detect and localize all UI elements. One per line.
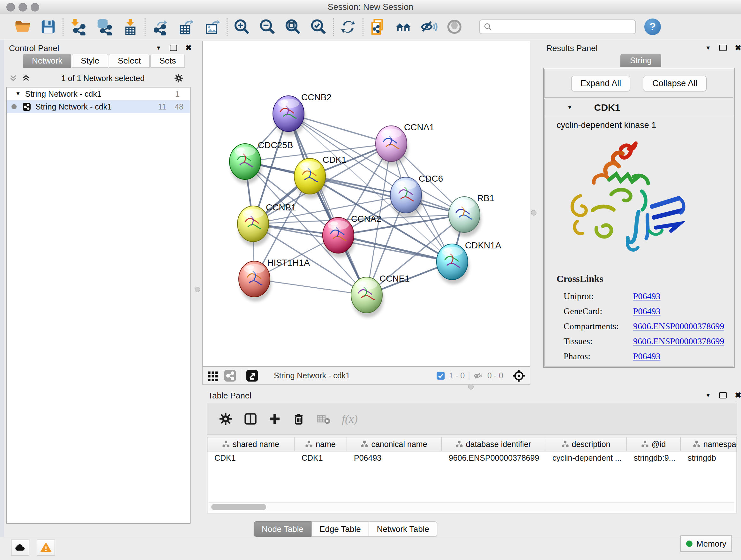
selected-checkbox-icon[interactable] bbox=[436, 371, 446, 381]
edge-CCNE1-HIST1H1A[interactable] bbox=[254, 279, 367, 295]
crosslink-link-uniprot[interactable]: P06493 bbox=[633, 291, 661, 301]
panel-menu-arrow-icon[interactable]: ▼ bbox=[705, 392, 711, 399]
panel-float-icon[interactable] bbox=[719, 45, 727, 51]
node-cdc6[interactable]: CDC6 bbox=[390, 174, 443, 217]
bottom-splitter-handle[interactable] bbox=[468, 384, 474, 389]
right-splitter-handle[interactable] bbox=[531, 210, 536, 215]
section-expander-icon[interactable]: ▼ bbox=[567, 105, 572, 111]
node-ccna1[interactable]: CCNA1 bbox=[376, 122, 434, 166]
node-cdkn1a[interactable]: CDKN1A bbox=[436, 240, 501, 284]
tab-edge-table[interactable]: Edge Table bbox=[312, 521, 369, 537]
column-header-name[interactable]: name bbox=[294, 437, 347, 451]
scrollbar-thumb[interactable] bbox=[211, 504, 266, 510]
cloud-status-button[interactable] bbox=[11, 540, 29, 556]
crosslink-link-compartments[interactable]: 9606.ENSP00000378699 bbox=[633, 321, 724, 331]
expand-all-button[interactable]: Expand All bbox=[571, 76, 630, 91]
panel-close-icon[interactable]: ✖ bbox=[735, 391, 741, 399]
delete-column-button[interactable] bbox=[292, 412, 306, 426]
tree-expander-icon[interactable]: ▼ bbox=[15, 91, 21, 97]
hide-graphics-details-button[interactable] bbox=[418, 16, 440, 37]
panel-close-icon[interactable]: ✖ bbox=[185, 44, 192, 52]
refresh-button[interactable] bbox=[338, 16, 359, 37]
network-canvas[interactable]: CCNB2CCNA1CDC25BCDK1CDC6RB1CCNB1CCNA2CDK… bbox=[202, 41, 530, 367]
column-header-database-identifier[interactable]: database identifier bbox=[442, 437, 545, 451]
clone-network-button[interactable] bbox=[367, 16, 388, 37]
node-ccnb1[interactable]: CCNB1 bbox=[238, 202, 296, 246]
panel-float-icon[interactable] bbox=[170, 45, 177, 51]
column-header-canonical-name[interactable]: canonical name bbox=[347, 437, 442, 451]
tab-node-table[interactable]: Node Table bbox=[254, 521, 312, 537]
hidden-eye-slash-icon[interactable] bbox=[473, 371, 484, 381]
column-header-description[interactable]: description bbox=[545, 437, 627, 451]
tab-sets[interactable]: Sets bbox=[150, 54, 185, 68]
cell-namespace[interactable]: stringdb bbox=[681, 453, 737, 462]
table-row[interactable]: CDK1CDK1P064939606.ENSP00000378699cyclin… bbox=[207, 451, 737, 464]
import-table-from-file-button[interactable] bbox=[120, 16, 141, 37]
show-columns-button[interactable] bbox=[244, 412, 258, 426]
panel-close-icon[interactable]: ✖ bbox=[735, 44, 741, 52]
cdk1-section-header[interactable]: ▼ CDK1 bbox=[545, 99, 733, 116]
open-in-window-button[interactable] bbox=[246, 369, 259, 382]
node-rb1[interactable]: RB1 bbox=[449, 193, 494, 237]
help-button[interactable]: ? bbox=[644, 18, 661, 35]
collapse-all-chevron-icon[interactable] bbox=[10, 74, 19, 82]
memory-button[interactable]: Memory bbox=[680, 536, 732, 552]
zoom-fit-button[interactable] bbox=[282, 16, 304, 37]
grid-view-button[interactable] bbox=[207, 370, 219, 381]
export-table-button[interactable] bbox=[176, 16, 197, 37]
panel-menu-arrow-icon[interactable]: ▼ bbox=[156, 45, 161, 51]
zoom-in-icon bbox=[233, 18, 251, 36]
rendering-detail-button[interactable] bbox=[444, 16, 465, 37]
left-splitter-handle[interactable] bbox=[195, 287, 200, 292]
cell-database-identifier[interactable]: 9606.ENSP00000378699 bbox=[442, 453, 545, 462]
export-image-button[interactable] bbox=[202, 16, 223, 37]
zoom-selected-button[interactable] bbox=[308, 16, 329, 37]
column-header-namespace[interactable]: namespace bbox=[681, 437, 737, 451]
tab-network-table[interactable]: Network Table bbox=[369, 521, 437, 537]
node-ccna2[interactable]: CCNA2 bbox=[323, 214, 381, 258]
collapse-all-button[interactable]: Collapse All bbox=[643, 76, 706, 91]
birds-eye-button[interactable] bbox=[512, 369, 526, 382]
crosslink-link-pharos[interactable]: P06493 bbox=[633, 351, 661, 361]
tab-string[interactable]: String bbox=[620, 54, 661, 67]
node-hist1h1a[interactable]: HIST1H1A bbox=[239, 258, 310, 301]
crosslink-link-genecard[interactable]: P06493 bbox=[633, 306, 661, 316]
horizontal-scrollbar[interactable] bbox=[209, 502, 734, 511]
zoom-in-button[interactable] bbox=[231, 16, 253, 37]
panel-menu-arrow-icon[interactable]: ▼ bbox=[705, 45, 711, 51]
add-column-button[interactable] bbox=[268, 413, 281, 425]
tab-style[interactable]: Style bbox=[72, 54, 108, 68]
cell-id[interactable]: stringdb:9... bbox=[627, 453, 681, 462]
tab-select[interactable]: Select bbox=[109, 54, 150, 68]
import-network-from-database-button[interactable] bbox=[93, 16, 115, 37]
network-collection-row[interactable]: ▼ String Network - cdk1 1 bbox=[7, 87, 190, 100]
search-input[interactable] bbox=[492, 21, 631, 32]
cell-canonical-name[interactable]: P06493 bbox=[347, 453, 442, 462]
open-session-button[interactable] bbox=[12, 16, 33, 37]
crosslink-link-tissues[interactable]: 9606.ENSP00000378699 bbox=[633, 336, 724, 347]
network-overview-button[interactable] bbox=[393, 16, 414, 37]
save-session-button[interactable] bbox=[38, 16, 59, 37]
zoom-out-button[interactable] bbox=[257, 16, 278, 37]
panel-float-icon[interactable] bbox=[719, 392, 727, 398]
string-view-button[interactable] bbox=[224, 369, 237, 382]
column-header-id[interactable]: @id bbox=[627, 437, 681, 451]
search-box[interactable] bbox=[479, 19, 636, 34]
network-row-selected[interactable]: String Network - cdk1 11 48 bbox=[7, 100, 190, 113]
cell-shared-name[interactable]: CDK1 bbox=[207, 453, 294, 462]
table-settings-button[interactable] bbox=[219, 412, 232, 426]
cell-name[interactable]: CDK1 bbox=[294, 453, 347, 462]
crosslink-label-uniprot: Uniprot: bbox=[556, 291, 633, 301]
gear-icon[interactable] bbox=[174, 73, 184, 83]
node-cdc25b[interactable]: CDC25B bbox=[229, 140, 293, 184]
expand-all-chevron-icon[interactable] bbox=[22, 74, 32, 82]
node-ccnb2[interactable]: CCNB2 bbox=[273, 92, 332, 136]
import-network-from-file-button[interactable] bbox=[67, 16, 88, 37]
cell-description[interactable]: cyclin-dependent ... bbox=[545, 453, 627, 462]
node-cdk1[interactable]: CDK1 bbox=[294, 155, 347, 199]
tab-network[interactable]: Network bbox=[23, 54, 71, 68]
export-network-button[interactable] bbox=[149, 16, 171, 37]
column-header-shared-name[interactable]: shared name bbox=[207, 437, 294, 451]
node-ccne1[interactable]: CCNE1 bbox=[351, 273, 410, 317]
warnings-button[interactable] bbox=[37, 540, 55, 556]
